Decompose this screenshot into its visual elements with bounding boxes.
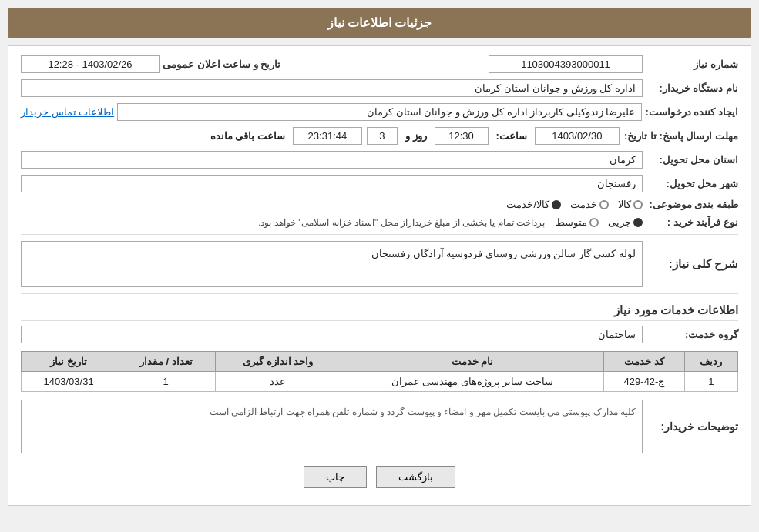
contact-info-link[interactable]: اطلاعات تماس خریدار [21, 106, 114, 118]
deadline-remaining-value: 23:31:44 [293, 127, 362, 145]
purchase-option-motevaset[interactable]: متوسط [556, 216, 599, 228]
col-date: تاریخ نیاز [22, 352, 116, 372]
delivery-province-value: کرمان [21, 151, 643, 169]
col-row: ردیف [684, 352, 737, 372]
cell-row: 1 [684, 372, 737, 392]
description-label: شرح کلی نیاز: [646, 257, 738, 271]
services-table: ردیف کد خدمت نام خدمت واحد اندازه گیری ت… [21, 351, 738, 392]
purchase-note: پرداخت تمام یا بخشی از مبلغ خریداراز محل… [258, 217, 545, 228]
need-number-value: 1103004393000011 [489, 55, 643, 73]
purchase-radio-motevaset [589, 218, 599, 227]
category-option-kala[interactable]: کالا [618, 199, 643, 210]
purchase-jozi-label: جزیی [608, 216, 631, 228]
delivery-province-label: استان محل تحویل: [646, 154, 738, 166]
back-button[interactable]: بازگشت [376, 466, 455, 488]
purchase-motevaset-label: متوسط [556, 216, 587, 228]
deadline-days-label: روز و [405, 130, 427, 142]
button-row: بازگشت چاپ [21, 466, 738, 496]
purchase-option-jozi[interactable]: جزیی [608, 216, 643, 228]
print-button[interactable]: چاپ [304, 466, 367, 488]
deadline-days-value: 3 [367, 127, 398, 145]
buyer-org-label: نام دستگاه خریدار: [646, 82, 738, 94]
service-group-value: ساختمان [21, 326, 643, 343]
category-khedmat-label: خدمت [570, 199, 597, 210]
requester-value: علیرضا زندوکیلی کاربرداز اداره کل ورزش و… [117, 103, 642, 121]
buyer-org-value: اداره کل ورزش و جوانان استان کرمان [21, 79, 643, 97]
announce-date-label: تاریخ و ساعت اعلان عمومی [163, 59, 280, 70]
col-code: کد خدمت [604, 352, 685, 372]
services-table-section: ردیف کد خدمت نام خدمت واحد اندازه گیری ت… [21, 351, 738, 392]
cell-quantity: 1 [116, 372, 216, 392]
need-number-label: شماره نیاز [646, 59, 738, 70]
deadline-date-value: 1403/02/30 [535, 127, 620, 145]
buyer-notes-label: توضیحات خریدار: [646, 420, 738, 433]
col-name: نام خدمت [341, 352, 603, 372]
delivery-city-label: شهر محل تحویل: [646, 178, 738, 189]
category-radio-khedmat [599, 200, 609, 209]
category-kala-khedmat-label: کالا/خدمت [506, 199, 549, 210]
category-option-kala-khedmat[interactable]: کالا/خدمت [506, 199, 561, 210]
table-row: 1 ج-42-429 ساخت سایر پروژه‌های مهندسی عم… [22, 372, 738, 392]
category-label: طبقه بندی موضوعی: [646, 199, 738, 210]
category-kala-label: کالا [618, 199, 631, 210]
category-radio-kala [633, 200, 643, 209]
delivery-city-value: رفسنجان [21, 175, 643, 192]
announce-date-value: 1403/02/26 - 12:28 [21, 55, 160, 73]
category-radio-group: کالا خدمت کالا/خدمت [506, 199, 643, 210]
col-quantity: تعداد / مقدار [116, 352, 216, 372]
purchase-type-radio-group: جزیی متوسط [556, 216, 643, 228]
purchase-type-label: نوع فرآیند خرید : [646, 216, 738, 228]
deadline-remaining-label: ساعت باقی مانده [210, 130, 285, 142]
requester-label: ایجاد کننده درخواست: [645, 106, 738, 118]
service-group-label: گروه خدمت: [646, 329, 738, 340]
category-radio-kala-khedmat [552, 200, 561, 209]
cell-unit: عدد [216, 372, 341, 392]
deadline-time-label: ساعت: [496, 130, 527, 142]
page-title: جزئیات اطلاعات نیاز [8, 8, 751, 38]
buyer-notes-value: کلیه مدارک پیوستی می بایست تکمیل مهر و ا… [21, 400, 643, 453]
services-section-title: اطلاعات خدمات مورد نیاز [21, 303, 738, 321]
deadline-time-value: 12:30 [435, 127, 489, 145]
deadline-label: مهلت ارسال پاسخ: تا تاریخ: [624, 130, 738, 142]
cell-date: 1403/03/31 [22, 372, 116, 392]
description-value: لوله کشی گاز سالن ورزشی روستای فردوسیه آ… [21, 241, 643, 287]
category-option-khedmat[interactable]: خدمت [570, 199, 609, 210]
cell-name: ساخت سایر پروژه‌های مهندسی عمران [341, 372, 603, 392]
col-unit: واحد اندازه گیری [216, 352, 341, 372]
cell-code: ج-42-429 [604, 372, 685, 392]
purchase-radio-jozi [633, 218, 643, 227]
